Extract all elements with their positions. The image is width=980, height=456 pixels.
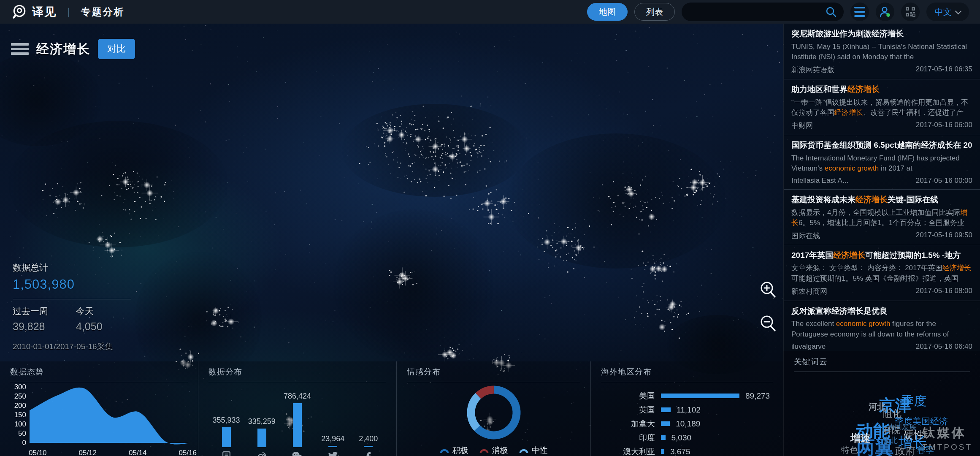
list-view-button[interactable]: 列表 [634,3,675,21]
facebook-icon [351,451,386,456]
region-row: 加拿大10,189 [601,417,773,431]
panel-title-sentiment: 情感分布 [407,366,580,377]
watermark-cn: 钛媒体 [922,424,972,442]
news-timestamp: 2017-05-16 09:50 [916,231,972,241]
bar-value: 355,933 [213,416,240,425]
donut-segment [478,390,494,396]
stats-summary: 数据总计 1,503,980 过去一周 39,828 今天 4,050 2010… [13,262,139,352]
keyword[interactable]: 协同发展 [888,422,916,432]
regions-hbar-chart: 美国89,273英国11,102加拿大10,189印度5,030澳大利亚3,67… [601,389,773,456]
panel-title-trend: 数据态势 [10,366,188,377]
panel-sentiment: 情感分布 积极消极中性 [397,361,591,456]
stats-range-caption: 2010-01-01/2017-05-16采集 [13,341,139,352]
panel-data-trend: 数据态势 30025020015010050005/1005/1205/1405… [0,361,198,456]
svg-text:0: 0 [22,439,26,447]
news-item[interactable]: 基建投资将成未来经济增长关键-国际在线数据显示，4月份，全国规模以上工业增加值同… [784,190,980,245]
region-row: 澳大利亚3,675 [601,445,773,456]
panel-title-distribution: 数据分布 [208,366,386,377]
news-item[interactable]: 突尼斯旅游业作为刺激经济增长TUNIS, May 15 (Xinhua) -- … [784,24,980,79]
panel-regions: 海外地区分布 美国89,273英国11,102加拿大10,189印度5,030澳… [591,361,783,456]
region-label: 印度 [601,432,655,443]
menu-icon[interactable] [850,3,869,21]
news-source: Intellasia East A... [791,176,848,185]
legend-item: 消极 [479,445,508,456]
region-bar [661,394,739,398]
svg-text:200: 200 [14,402,26,410]
panel-title-regions: 海外地区分布 [601,366,773,377]
news-source: 中财网 [791,121,813,130]
news-title: 基建投资将成未来经济增长关键-国际在线 [791,195,972,205]
news-snippet: 数据显示，4月份，全国规模以上工业增加值同比实际增长6。5%，增速比上月回落1。… [791,208,972,228]
news-title: 2017年英国经济增长可能超过预期的1.5% -地方 [791,250,972,261]
keyword[interactable]: 河北 [869,401,885,413]
qr-code-icon[interactable] [901,3,920,21]
compare-button[interactable]: 对比 [98,39,135,59]
language-label: 中文 [935,6,952,18]
keyword-cloud-panel: 关键词云 两翼动能京津增长季度增速硬性政府季度美国经济阻化河北科院协同发展张北春… [783,351,980,456]
language-selector[interactable]: 中文 [926,3,969,21]
logo-icon [11,4,27,20]
bar-value: 786,424 [284,392,311,401]
news-timestamp: 2017-05-16 06:40 [916,342,972,351]
news-item[interactable]: 2017年英国经济增长可能超过预期的1.5% -地方文章来源： 文章类型： 内容… [784,245,980,301]
region-row: 印度5,030 [601,431,773,445]
map-zoom-controls [757,279,778,346]
news-source: 新农村商网 [791,287,827,296]
trend-x-axis: 05/1005/1205/1405/16 [29,449,197,456]
region-value: 89,273 [745,391,770,401]
region-label: 加拿大 [601,418,655,429]
svg-text:100: 100 [14,420,26,428]
news-source: 国际在线 [791,231,820,241]
search-box[interactable] [682,3,844,21]
bar-value: 23,964 [321,434,344,443]
news-title: 国际货币基金组织预测 6.5pct越南的经济成长在 2017 [791,140,972,151]
zoom-out-icon[interactable] [757,312,778,336]
sentiment-legend: 积极消极中性 [440,445,548,456]
bar-value: 335,259 [248,417,276,426]
top-bar: 译见 ｜ 专题分析 地图 列表 [0,0,980,24]
weibo-icon [244,451,279,456]
news-item[interactable]: 助力地区和世界经济增长“一带一路”倡议提出以来，贸易畅通的作用更加凸显，不仅拉动… [784,79,980,135]
news-feed[interactable]: 突尼斯旅游业作为刺激经济增长TUNIS, May 15 (Xinhua) -- … [783,24,980,351]
news-title: 助力地区和世界经济增长 [791,84,972,95]
news-timestamp: 2017-05-16 00:00 [916,176,972,185]
distribution-bar: 355,933 [208,416,244,447]
wechat-icon [279,451,315,456]
twitter-icon [315,451,351,456]
map-view-button[interactable]: 地图 [587,3,628,21]
legend-arc-icon [479,448,489,453]
news-item[interactable]: 反对派宣称经济增长是优良The excellent economic growt… [784,301,980,351]
user-icon[interactable] [876,3,894,21]
news-title: 突尼斯旅游业作为刺激经济增长 [791,29,972,39]
panel-data-distribution: 数据分布 355,933335,259786,42423,9642,400 [198,361,397,456]
news-snippet: TUNIS, May 15 (Xinhua) -- Tunisia's Nati… [791,42,972,62]
search-input[interactable] [688,8,825,16]
keyword[interactable]: 政府 [895,444,915,456]
region-label: 美国 [601,391,655,402]
search-icon[interactable] [825,6,837,18]
news-source: iluvalgarve [791,342,826,351]
keyword[interactable]: 特色 [841,444,858,456]
news-snippet: “一带一路”倡议提出以来，贸易畅通的作用更加凸显，不仅拉动了各国经济增长、改善了… [791,98,972,118]
donut-svg [462,382,525,443]
keyword[interactable]: 增速 [850,432,871,445]
stats-total-label: 数据总计 [13,262,139,274]
sidebar-toggle-icon[interactable] [11,41,29,57]
stats-week-label: 过去一周 [13,305,76,317]
news-snippet: The excellent economic growth figures fo… [791,319,972,339]
donut-segment [471,396,478,428]
keyword[interactable]: 季度 [901,393,926,410]
stats-divider [13,299,131,299]
brand-name: 译见 [32,4,57,19]
chevron-down-icon [955,8,962,14]
region-label: 澳大利亚 [601,446,655,456]
keyword[interactable]: 阻化 [883,407,901,420]
news-item[interactable]: 国际货币基金组织预测 6.5pct越南的经济成长在 2017The Intern… [784,135,980,190]
header-actions: 地图 列表 [587,3,969,21]
news-snippet: 文章来源： 文章类型： 内容分类： 2017年英国经济增长可能超过预期的1。5%… [791,263,972,283]
news-icon [208,451,244,456]
keyword[interactable]: 张北 [883,435,898,445]
brand: 译见 ｜ 专题分析 [11,4,125,20]
zoom-in-icon[interactable] [757,279,778,302]
distribution-bar: 786,424 [279,392,315,447]
